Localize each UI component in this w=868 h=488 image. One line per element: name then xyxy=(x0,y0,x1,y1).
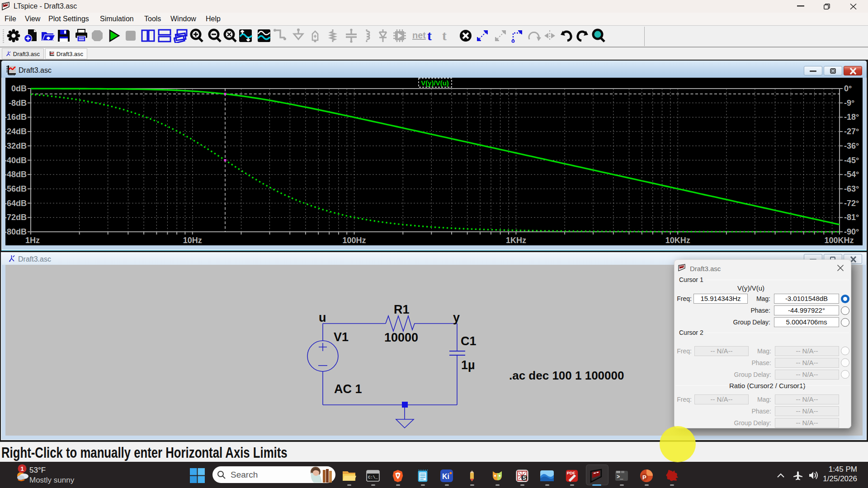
svg-text:S: S xyxy=(523,475,526,481)
svg-text:-8dB: -8dB xyxy=(9,99,27,108)
svg-text:1µ: 1µ xyxy=(461,358,475,372)
svg-text:Ki: Ki xyxy=(442,473,449,480)
svg-text:-32dB: -32dB xyxy=(5,141,27,150)
svg-text:10KHz: 10KHz xyxy=(665,236,690,245)
svg-text:-54°: -54° xyxy=(844,170,859,179)
svg-text:AC 1: AC 1 xyxy=(334,382,362,396)
svg-text:100Hz: 100Hz xyxy=(343,236,366,245)
svg-text:-48dB: -48dB xyxy=(5,170,27,179)
svg-text:10000: 10000 xyxy=(384,331,418,344)
svg-text:-18°: -18° xyxy=(844,113,859,122)
svg-text:-27°: -27° xyxy=(844,127,859,136)
svg-text:-9°: -9° xyxy=(844,99,854,108)
svg-text:-72dB: -72dB xyxy=(5,213,27,222)
svg-text:0°: 0° xyxy=(844,84,852,93)
svg-text:net: net xyxy=(412,30,426,40)
svg-text:-64dB: -64dB xyxy=(5,199,27,208)
svg-text:t: t xyxy=(427,28,432,43)
svg-text:-24dB: -24dB xyxy=(5,127,27,136)
svg-text:1: 1 xyxy=(20,465,24,472)
svg-text:C1: C1 xyxy=(461,334,476,348)
svg-text:-56dB: -56dB xyxy=(5,184,27,193)
svg-text:>_: >_ xyxy=(617,474,623,480)
svg-text:0dB: 0dB xyxy=(11,84,27,93)
svg-text:-36°: -36° xyxy=(844,141,859,150)
svg-text:-16dB: -16dB xyxy=(5,113,27,122)
svg-text:P: P xyxy=(642,474,646,481)
svg-text:100KHz: 100KHz xyxy=(824,236,854,245)
svg-text:.ac dec 100 1 100000: .ac dec 100 1 100000 xyxy=(509,369,624,382)
svg-text:-40dB: -40dB xyxy=(5,156,27,165)
svg-text:-72°: -72° xyxy=(844,199,859,208)
svg-text:10Hz: 10Hz xyxy=(183,236,202,245)
svg-text:R1: R1 xyxy=(394,303,410,316)
svg-text:C:\_: C:\_ xyxy=(368,475,378,480)
svg-text:1KHz: 1KHz xyxy=(506,236,526,245)
svg-text:V(y)/V(u): V(y)/V(u) xyxy=(421,79,449,87)
svg-text:y: y xyxy=(453,311,460,324)
svg-text:-63°: -63° xyxy=(844,184,859,193)
svg-text:-45°: -45° xyxy=(844,156,859,165)
svg-text:t: t xyxy=(442,28,447,43)
svg-text:-81°: -81° xyxy=(844,213,859,222)
svg-text:u: u xyxy=(319,311,326,324)
svg-text:V1: V1 xyxy=(334,330,349,344)
svg-text:-80dB: -80dB xyxy=(5,227,27,236)
svg-text:-90°: -90° xyxy=(844,227,859,236)
svg-text:1Hz: 1Hz xyxy=(25,236,40,245)
